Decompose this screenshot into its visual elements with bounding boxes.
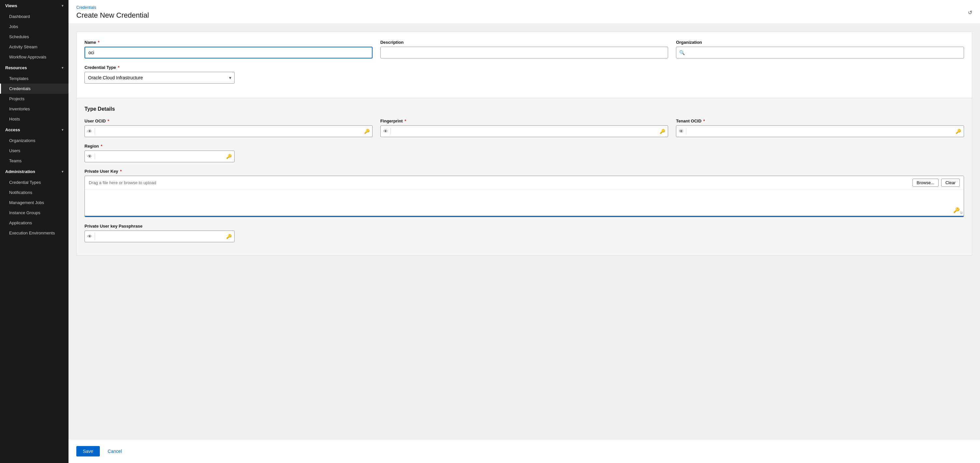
sidebar-section-access[interactable]: Access ▾ (0, 124, 68, 136)
row-ocid-fingerprint-tenant: User OCID * 👁 🔑 Fingerprint * � (84, 118, 964, 137)
description-group: Description (380, 40, 668, 59)
region-key-icon[interactable]: 🔑 (223, 154, 234, 159)
history-icon[interactable]: ↺ (968, 10, 972, 16)
sidebar-item-teams[interactable]: Teams (0, 156, 68, 166)
sidebar-item-templates[interactable]: Templates (0, 73, 68, 84)
fingerprint-key-icon[interactable]: 🔑 (657, 129, 668, 134)
sidebar-item-credential-types[interactable]: Credential Types (0, 177, 68, 187)
user-ocid-eye-icon[interactable]: 👁 (85, 129, 95, 134)
passphrase-label: Private User key Passphrase (84, 224, 235, 228)
user-ocid-label: User OCID * (84, 118, 372, 123)
save-button[interactable]: Save (76, 446, 100, 457)
file-upload-body: 🔑 ⟱ (85, 190, 964, 216)
passphrase-input[interactable] (95, 231, 223, 242)
sidebar-item-credentials[interactable]: Credentials (0, 84, 68, 94)
sidebar-item-notifications[interactable]: Notifications (0, 187, 68, 198)
region-label: Region * (84, 144, 235, 148)
sidebar-item-hosts[interactable]: Hosts (0, 114, 68, 124)
breadcrumb[interactable]: Credentials (76, 5, 149, 10)
description-label: Description (380, 40, 668, 45)
sidebar-item-dashboard[interactable]: Dashboard (0, 11, 68, 22)
fingerprint-label: Fingerprint * (380, 118, 668, 123)
sidebar-item-schedules[interactable]: Schedules (0, 32, 68, 42)
file-upload-placeholder: Drag a file here or browse to upload (89, 180, 156, 185)
private-user-key-label: Private User Key * (84, 169, 964, 174)
region-group: Region * 👁 🔑 (84, 144, 235, 162)
user-ocid-key-icon[interactable]: 🔑 (361, 129, 372, 134)
tenant-ocid-input-wrapper: 👁 🔑 (676, 125, 964, 137)
tenant-ocid-eye-icon[interactable]: 👁 (676, 129, 686, 134)
user-ocid-input-wrapper: 👁 🔑 (84, 125, 372, 137)
row-passphrase: Private User key Passphrase 👁 🔑 (84, 224, 964, 242)
organization-search-icon: 🔍 (679, 50, 685, 55)
sidebar-item-activity-stream[interactable]: Activity Stream (0, 42, 68, 52)
file-upload-bottom-border (85, 216, 964, 217)
private-user-key-upload-area[interactable]: Drag a file here or browse to upload Bro… (84, 176, 964, 217)
private-user-key-group: Private User Key * Drag a file here or b… (84, 169, 964, 217)
passphrase-input-wrapper: 👁 🔑 (84, 230, 235, 242)
sidebar-administration-chevron: ▾ (62, 170, 63, 173)
region-eye-icon[interactable]: 👁 (85, 154, 95, 159)
passphrase-eye-icon[interactable]: 👁 (85, 234, 95, 239)
credential-type-select-wrapper: Oracle Cloud Infrastructure ▾ (84, 72, 235, 84)
passphrase-group: Private User key Passphrase 👁 🔑 (84, 224, 235, 242)
sidebar-section-views[interactable]: Views ▾ (0, 0, 68, 11)
user-ocid-input[interactable] (95, 126, 361, 137)
fingerprint-group: Fingerprint * 👁 🔑 (380, 118, 668, 137)
browse-button[interactable]: Browse... (912, 179, 939, 187)
fingerprint-input-wrapper: 👁 🔑 (380, 125, 668, 137)
file-upload-buttons: Browse... Clear (912, 179, 960, 187)
sidebar-section-administration-label: Administration (5, 169, 35, 174)
clear-button[interactable]: Clear (941, 179, 960, 187)
row-name-desc-org: Name * Description Organization 🔍 (84, 40, 964, 59)
file-upload-resize-handle[interactable]: ⟱ (960, 211, 963, 215)
sidebar-item-management-jobs[interactable]: Management Jobs (0, 198, 68, 208)
row-credential-type: Credential Type * Oracle Cloud Infrastru… (84, 65, 964, 84)
organization-group: Organization 🔍 (676, 40, 964, 59)
page-title: Create New Credential (76, 11, 149, 19)
sidebar-section-views-label: Views (5, 3, 17, 8)
form-container: Name * Description Organization 🔍 (68, 24, 980, 439)
tenant-ocid-label: Tenant OCID * (676, 118, 964, 123)
description-input[interactable] (380, 47, 668, 59)
sidebar-item-inventories[interactable]: Inventories (0, 104, 68, 114)
tenant-ocid-group: Tenant OCID * 👁 🔑 (676, 118, 964, 137)
credential-type-select[interactable]: Oracle Cloud Infrastructure (84, 72, 235, 84)
type-details-section: Type Details User OCID * 👁 🔑 (76, 98, 972, 255)
name-group: Name * (84, 40, 372, 59)
organization-input[interactable] (676, 47, 964, 59)
sidebar-views-chevron: ▾ (62, 4, 63, 8)
tenant-ocid-key-icon[interactable]: 🔑 (953, 129, 964, 134)
sidebar-section-access-label: Access (5, 127, 20, 132)
basic-info-card: Name * Description Organization 🔍 (76, 32, 972, 98)
file-upload-header: Drag a file here or browse to upload Bro… (85, 176, 964, 190)
passphrase-key-icon[interactable]: 🔑 (223, 234, 234, 239)
tenant-ocid-input[interactable] (686, 126, 953, 137)
sidebar-item-applications[interactable]: Applications (0, 218, 68, 228)
sidebar-item-jobs[interactable]: Jobs (0, 22, 68, 32)
cancel-button[interactable]: Cancel (104, 446, 126, 457)
sidebar-item-execution-environments[interactable]: Execution Environments (0, 228, 68, 238)
sidebar-item-organizations[interactable]: Organizations (0, 136, 68, 145)
fingerprint-eye-icon[interactable]: 👁 (381, 129, 390, 134)
sidebar-item-workflow-approvals[interactable]: Workflow Approvals (0, 52, 68, 62)
row-private-user-key: Private User Key * Drag a file here or b… (84, 169, 964, 217)
type-details-title: Type Details (84, 105, 964, 112)
file-upload-key-icon[interactable]: 🔑 (953, 207, 960, 213)
page-header: Credentials Create New Credential ↺ (68, 0, 980, 24)
sidebar-resources-chevron: ▾ (62, 66, 63, 70)
main-content: Credentials Create New Credential ↺ Name… (68, 0, 980, 463)
sidebar: Views ▾ Dashboard Jobs Schedules Activit… (0, 0, 68, 463)
region-input-wrapper: 👁 🔑 (84, 150, 235, 162)
sidebar-section-resources[interactable]: Resources ▾ (0, 62, 68, 73)
form-actions: Save Cancel (68, 439, 980, 463)
credential-type-label: Credential Type * (84, 65, 235, 70)
organization-label: Organization (676, 40, 964, 45)
sidebar-item-users[interactable]: Users (0, 145, 68, 156)
sidebar-item-instance-groups[interactable]: Instance Groups (0, 208, 68, 218)
region-input[interactable] (95, 151, 223, 162)
sidebar-section-administration[interactable]: Administration ▾ (0, 166, 68, 177)
fingerprint-input[interactable] (391, 126, 657, 137)
name-input[interactable] (84, 47, 372, 59)
sidebar-item-projects[interactable]: Projects (0, 94, 68, 104)
